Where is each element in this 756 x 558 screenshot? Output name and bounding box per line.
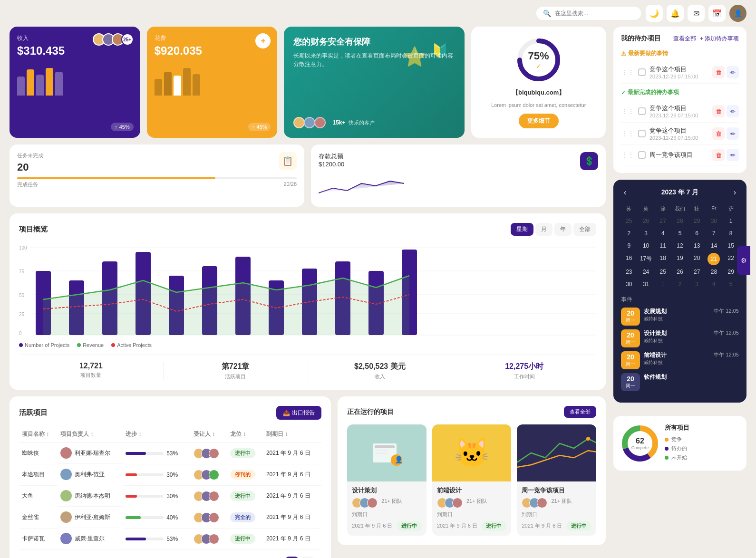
col-name[interactable]: 项目名称 ↕ [19, 426, 58, 443]
calendar-button[interactable]: 📅 [708, 5, 726, 22]
more-details-button[interactable]: 更多细节 [519, 114, 559, 128]
chart-header: 项目概览 星期 月 年 全部 [19, 223, 596, 236]
cal-day[interactable]: 25 [655, 266, 671, 278]
cal-day[interactable]: 30 [706, 215, 722, 227]
cal-day[interactable]: 29 [723, 266, 739, 278]
cal-day[interactable]: 3 [638, 228, 654, 239]
cal-day[interactable]: 19 [672, 252, 688, 265]
todo-checkbox[interactable] [638, 130, 646, 137]
cal-day[interactable]: 14 [706, 240, 722, 251]
col-owner[interactable]: 项目负责人 ↕ [58, 426, 123, 443]
project-owner: 唐纳德·本杰明 [58, 485, 123, 507]
cal-day[interactable]: 5 [672, 228, 688, 239]
todo-checkbox[interactable] [638, 107, 646, 115]
cal-day[interactable]: 22 [723, 252, 739, 265]
delete-todo-button[interactable]: 🗑 [712, 66, 725, 78]
col-due[interactable]: 到期日 ↕ [263, 426, 321, 443]
project-name: 周一竞争该项目 [522, 486, 591, 495]
cal-day[interactable]: 11 [655, 240, 671, 251]
col-assignee[interactable]: 受让人 ↕ [191, 426, 227, 443]
tab-month[interactable]: 月 [535, 223, 552, 236]
cal-day[interactable]: 1 [723, 215, 739, 227]
edit-todo-button[interactable]: ✏ [727, 127, 739, 140]
todo-checkbox[interactable] [638, 151, 646, 159]
cal-day[interactable]: 30 [621, 279, 637, 290]
cal-day[interactable]: 17号 [638, 252, 654, 265]
cal-day[interactable]: 31 [638, 279, 654, 290]
view-all-todo-link[interactable]: 查看全部 [673, 35, 696, 43]
export-button[interactable]: 📤 出口报告 [276, 406, 321, 420]
drag-handle-icon[interactable]: ⋮⋮ [621, 130, 634, 137]
drag-handle-icon[interactable]: ⋮⋮ [621, 107, 634, 115]
cal-day[interactable]: 4 [706, 279, 722, 290]
delete-todo-button[interactable]: 🗑 [712, 149, 725, 161]
warning-icon: ⚠ [621, 50, 626, 57]
cal-day[interactable]: 7 [706, 228, 722, 239]
cal-day[interactable]: 28 [706, 266, 722, 278]
cal-day[interactable]: 25 [621, 215, 637, 227]
cal-day[interactable]: 1 [655, 279, 671, 290]
user-avatar[interactable]: 👤 [729, 5, 746, 22]
cal-day[interactable]: 29 [689, 215, 705, 227]
svg-rect-38 [375, 450, 389, 451]
cal-day[interactable]: 20 [689, 252, 705, 265]
cal-day[interactable]: 27 [655, 215, 671, 227]
cal-day[interactable]: 5 [723, 279, 739, 290]
dark-mode-button[interactable]: 🌙 [646, 5, 663, 22]
notifications-button[interactable]: 🔔 [667, 5, 684, 22]
cal-day[interactable]: 15 [723, 240, 739, 251]
view-all-button[interactable]: 查看全部 [564, 406, 596, 418]
svg-text:25: 25 [19, 312, 25, 317]
col-position[interactable]: 龙位 ↕ [227, 426, 263, 443]
search-input[interactable] [555, 10, 634, 17]
drag-handle-icon[interactable]: ⋮⋮ [621, 68, 634, 76]
project-avatars: 21+ 团队 [437, 498, 507, 508]
cal-day[interactable]: 12 [672, 240, 688, 251]
tab-week[interactable]: 星期 [511, 223, 533, 236]
todo-checkbox[interactable] [638, 68, 646, 76]
cal-day[interactable]: 2 [672, 279, 688, 290]
tab-year[interactable]: 年 [554, 223, 572, 236]
cal-day[interactable]: 26 [638, 215, 654, 227]
cal-day[interactable]: 23 [621, 266, 637, 278]
delete-todo-button[interactable]: 🗑 [712, 105, 725, 117]
next-month-button[interactable]: › [731, 187, 739, 198]
cal-day[interactable]: 24 [638, 266, 654, 278]
donut-chart: 62 Compete [621, 424, 659, 462]
tasks-progress-bar [17, 177, 297, 179]
expense-amount: $920.035 [155, 44, 270, 58]
search-container[interactable]: 🔍 [536, 7, 641, 20]
add-todo-link[interactable]: + 添加待办事项 [700, 35, 739, 43]
event-date-num: 20 [625, 331, 636, 339]
col-progress[interactable]: 进步 ↕ [123, 426, 191, 443]
drag-handle-icon[interactable]: ⋮⋮ [621, 151, 634, 159]
edit-todo-button[interactable]: ✏ [727, 66, 739, 78]
cal-day[interactable]: 9 [621, 240, 637, 251]
cal-day[interactable]: 2 [621, 228, 637, 239]
cal-day[interactable]: 4 [655, 228, 671, 239]
delete-todo-button[interactable]: 🗑 [712, 127, 725, 140]
cal-day[interactable]: 26 [672, 266, 688, 278]
cal-day[interactable]: 6 [689, 228, 705, 239]
edit-todo-button[interactable]: ✏ [727, 149, 739, 161]
project-status-row: 2021 年 9 月 6 日 进行中 [437, 521, 507, 531]
cal-day[interactable]: 18 [655, 252, 671, 265]
cal-day[interactable]: 16 [621, 252, 637, 265]
tab-all[interactable]: 全部 [573, 223, 596, 236]
cal-day[interactable]: 8 [723, 228, 739, 239]
cal-day[interactable]: 10 [638, 240, 654, 251]
event-time: 中午 12:05 [714, 308, 739, 315]
cal-day[interactable]: 28 [672, 215, 688, 227]
table-row: 大鱼 唐纳德·本杰明 30% 进行中 2021 年 9 月 6 日 [19, 485, 321, 507]
cal-day[interactable]: 3 [689, 279, 705, 290]
cal-day[interactable]: 27 [689, 266, 705, 278]
settings-gear-button[interactable]: ⚙ [737, 246, 750, 275]
mail-button[interactable]: ✉ [688, 5, 705, 22]
customer-count: 15k+ [332, 119, 345, 126]
edit-todo-button[interactable]: ✏ [727, 105, 739, 117]
event-date-day: 周一 [625, 383, 636, 389]
cal-today[interactable]: 21 [708, 253, 720, 265]
cal-day[interactable]: 13 [689, 240, 705, 251]
prev-month-button[interactable]: ‹ [621, 187, 629, 198]
project-info: 设计策划 21+ 团队 到期日 [347, 481, 426, 536]
